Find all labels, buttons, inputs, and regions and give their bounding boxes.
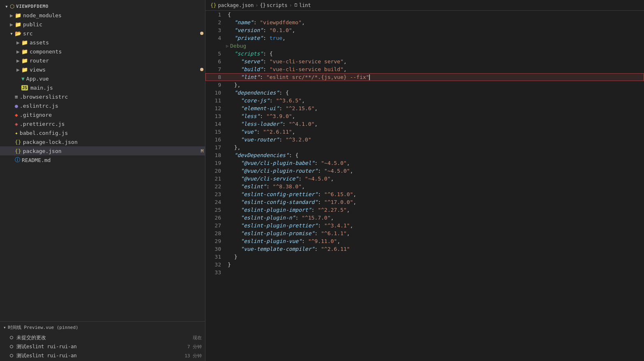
folder-icon: 📁 — [21, 58, 28, 64]
timeline-item-time: 7 分钟 — [187, 344, 202, 350]
timeline-item-label: 测试eslint rui-rui-an — [16, 343, 77, 350]
sidebar-item-package-json[interactable]: {} package.json M — [0, 146, 205, 155]
folder-icon: 📁 — [15, 21, 21, 28]
breadcrumb-sep-1: › — [255, 2, 258, 8]
timeline-item-eslint-2[interactable]: 测试eslint rui-rui-an 13 分钟 — [0, 351, 205, 360]
code-line: 3 "version": "0.1.0", — [205, 26, 644, 34]
breadcrumb-item-lint[interactable]: lint — [299, 2, 311, 8]
line-content: }, — [226, 81, 240, 89]
sidebar-item-router[interactable]: ▶ 📁 router — [0, 56, 205, 65]
breadcrumb: {} package.json › {} scripts › 🗒 lint — [205, 0, 644, 11]
sidebar-item-components[interactable]: ▶ 📁 components — [0, 47, 205, 56]
breadcrumb-item-scripts[interactable]: scripts — [267, 2, 288, 8]
sidebar-root[interactable]: ▾ ⬡ VIEWPDFDEMO — [0, 2, 205, 11]
line-number: 4 — [205, 34, 226, 42]
sidebar-item-gitignore[interactable]: ◆ .gitignore — [0, 110, 205, 119]
sidebar-item-label: views — [30, 67, 46, 73]
timeline-dot — [10, 336, 13, 339]
editor-area: {} package.json › {} scripts › 🗒 lint 1 … — [205, 0, 644, 361]
timeline-item-eslint-1[interactable]: 测试eslint rui-rui-an 7 分钟 — [0, 342, 205, 351]
timeline-dot — [10, 345, 13, 348]
folder-arrow: ▶ — [8, 21, 15, 28]
line-content: "name": "viewpdfdemo", — [226, 19, 305, 26]
code-line: 15 "vue": "^2.6.11", — [205, 128, 644, 136]
code-line: 13 "less": "^3.9.0", — [205, 112, 644, 120]
sidebar-item-label: package.json — [23, 148, 62, 154]
sidebar-item-main-js[interactable]: JS main.js — [0, 83, 205, 92]
code-line: 6 "serve": "vue-cli-service serve", — [205, 58, 644, 65]
sidebar-item-app-vue[interactable]: ▼ App.vue — [0, 74, 205, 83]
line-number: 6 — [205, 58, 226, 65]
code-line: 18 "devDependencies": { — [205, 151, 644, 159]
timeline-item-uncommitted[interactable]: 未提交的更改 现在 — [0, 333, 205, 342]
line-number: 19 — [205, 159, 226, 167]
code-line: 24 "eslint-config-standard": "^17.0.0", — [205, 198, 644, 206]
timeline-item-time: 13 分钟 — [185, 353, 202, 359]
sidebar-item-label: assets — [30, 39, 49, 46]
sidebar-item-label: router — [30, 58, 49, 64]
line-number: 1 — [205, 11, 226, 19]
code-line: 23 "eslint-config-prettier": "^6.15.0", — [205, 190, 644, 198]
line-content: "dependencies": { — [226, 89, 289, 97]
code-line: 2 "name": "viewpdfdemo", — [205, 19, 644, 26]
code-line: 27 "eslint-plugin-prettier": "^3.4.1", — [205, 222, 644, 229]
timeline-header[interactable]: ▾ 时间线 Preview.vue (pinned) — [0, 322, 205, 333]
code-line: 22 "eslint": "^8.38.0", — [205, 183, 644, 190]
line-number: 32 — [205, 261, 226, 268]
timeline-item-label: 测试eslint rui-rui-an — [16, 352, 77, 359]
sidebar-item-label: public — [23, 21, 42, 28]
timeline-item-time: 现在 — [193, 335, 202, 341]
sidebar-item-readme[interactable]: ⓘ README.md — [0, 155, 205, 164]
line-content: "@vue/cli-plugin-babel": "~4.5.0", — [226, 159, 350, 167]
code-line: 4 "private": true, — [205, 34, 644, 42]
breadcrumb-item-file[interactable]: package.json — [218, 2, 254, 8]
folder-icon: 📁 — [15, 12, 21, 19]
sidebar-item-package-lock[interactable]: {} package-lock.json — [0, 137, 205, 146]
line-number: 13 — [205, 112, 226, 120]
line-number: 28 — [205, 229, 226, 237]
line-content: "less-loader": "^4.1.0", — [226, 120, 318, 128]
folder-icon: 📁 — [21, 49, 28, 55]
code-line: 5 "scripts": { — [205, 50, 644, 58]
collapse-arrow: ▾ — [3, 3, 10, 9]
sidebar-item-src[interactable]: ▾ 📂 src — [0, 29, 205, 38]
timeline-title: 时间线 Preview.vue (pinned) — [8, 324, 78, 331]
line-number: 18 — [205, 151, 226, 159]
code-editor[interactable]: 1 { 2 "name": "viewpdfdemo", 3 "version"… — [205, 11, 644, 361]
sidebar-item-label: README.md — [22, 157, 51, 163]
sidebar-item-label: .gitignore — [20, 112, 52, 118]
debug-arrow-icon: ▷ — [226, 44, 229, 48]
line-number: 10 — [205, 89, 226, 97]
sidebar-item-public[interactable]: ▶ 📁 public — [0, 20, 205, 29]
line-number: 21 — [205, 175, 226, 183]
code-line: 17 }, — [205, 143, 644, 151]
sidebar-item-views[interactable]: ▶ 📁 views — [0, 65, 205, 74]
breadcrumb-sep-2: › — [289, 2, 292, 8]
line-number: 23 — [205, 190, 226, 198]
timeline-panel: ▾ 时间线 Preview.vue (pinned) 未提交的更改 现在 测试e… — [0, 321, 205, 361]
code-line: 32 } — [205, 261, 644, 268]
code-line: 10 "dependencies": { — [205, 89, 644, 97]
line-number: 11 — [205, 97, 226, 104]
line-content: "vue-router": "^3.2.0" — [226, 136, 312, 143]
sidebar-item-label: node_modules — [23, 12, 62, 19]
sidebar-item-node-modules[interactable]: ▶ 📁 node_modules — [0, 11, 205, 20]
code-line: 31 } — [205, 253, 644, 261]
text-cursor — [369, 74, 370, 80]
line-content: "eslint-config-prettier": "^6.15.0", — [226, 190, 356, 198]
sidebar-item-babel[interactable]: ✦ babel.config.js — [0, 128, 205, 137]
line-content: "element-ui": "^2.15.6", — [226, 104, 318, 112]
timeline-item-label: 未提交的更改 — [16, 334, 46, 341]
line-content: "version": "0.1.0", — [226, 26, 295, 34]
sidebar-item-label: .prettierrc.js — [20, 121, 65, 127]
sidebar-item-assets[interactable]: ▶ 📁 assets — [0, 38, 205, 47]
line-number: 30 — [205, 245, 226, 253]
code-line: 1 { — [205, 11, 644, 19]
line-number: 14 — [205, 120, 226, 128]
code-line-highlighted: 8 "lint": "eslint src/**/*.{js,vue} --fi… — [205, 73, 644, 81]
sidebar-item-prettierrc[interactable]: ◈ .prettierrc.js — [0, 119, 205, 128]
sidebar-item-label: .eslintrc.js — [20, 103, 58, 109]
sidebar-item-browserslistrc[interactable]: ≡ .browserslistrc — [0, 92, 205, 101]
folder-arrow: ▶ — [15, 49, 21, 55]
sidebar-item-eslintrc[interactable]: ● .eslintrc.js — [0, 101, 205, 110]
